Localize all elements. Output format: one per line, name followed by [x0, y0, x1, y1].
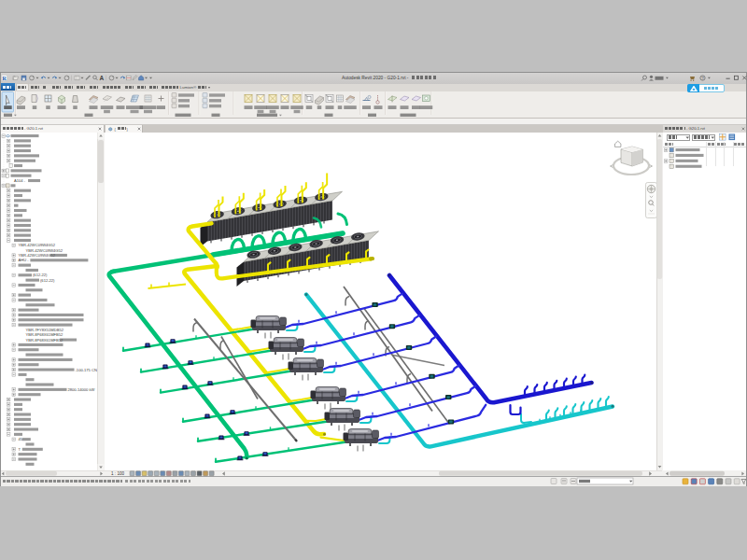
svg-text:YBR-42WC09W4G52: YBR-42WC09W4G52	[19, 253, 56, 258]
svg-text:2800-14000 kW: 2800-14000 kW	[68, 387, 95, 392]
svg-text:?: ?	[701, 77, 704, 81]
svg-text:YBR-8P68X61MFB52: YBR-8P68X61MFB52	[26, 332, 64, 337]
svg-text:AHU -: AHU -	[19, 258, 30, 262]
svg-text:(612-22): (612-22)	[40, 278, 55, 283]
svg-text:YBR-8P68X61MFB52: YBR-8P68X61MFB52	[26, 338, 64, 343]
svg-text:A: A	[100, 75, 105, 81]
svg-text:T: T	[19, 447, 21, 452]
svg-text:A104 -: A104 -	[14, 178, 26, 183]
svg-text:R: R	[2, 75, 7, 81]
svg-text:YBR-42WC09W4G52: YBR-42WC09W4G52	[19, 243, 56, 247]
svg-text:YBR-7FY8X51MDB52: YBR-7FY8X51MDB52	[26, 328, 64, 332]
svg-text:-100-175 CN: -100-175 CN	[76, 368, 97, 372]
svg-text:(612-22): (612-22)	[33, 273, 48, 277]
svg-text:YBR-42WC09W4G52: YBR-42WC09W4G52	[26, 248, 63, 253]
